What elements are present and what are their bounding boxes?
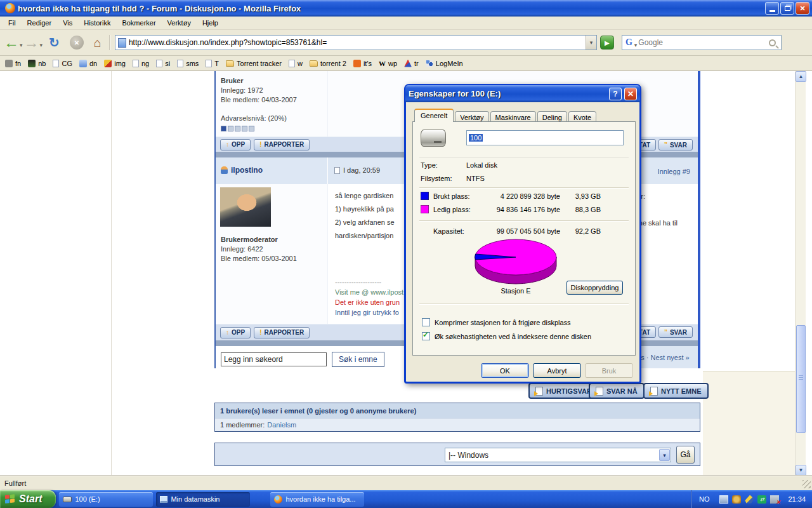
report-button[interactable]: !RAPPORTER — [254, 327, 310, 338]
go-button[interactable]: ▶ — [600, 36, 614, 50]
topic-search-button[interactable]: Søk i emne — [332, 352, 384, 367]
bookmark-icon — [104, 60, 112, 67]
forward-button[interactable]: →▾ — [24, 35, 44, 50]
volume-label-input[interactable]: 100 — [466, 130, 624, 145]
vertical-scrollbar[interactable]: ▲ ▼ — [795, 71, 806, 476]
tab-generelt[interactable]: Generelt — [414, 109, 454, 122]
bookmark-item[interactable]: sms — [177, 60, 199, 67]
google-engine-icon[interactable]: G — [622, 37, 634, 48]
bookmark-folder[interactable]: Torrent tracker — [226, 60, 282, 67]
bookmark-icon — [79, 60, 87, 67]
bookmark-item[interactable]: fn — [5, 60, 21, 67]
menu-hjelp[interactable]: Hjelp — [197, 18, 224, 28]
restore-button[interactable] — [780, 2, 794, 15]
url-input[interactable] — [129, 38, 586, 47]
network-icon[interactable] — [719, 495, 728, 504]
apply-button[interactable]: Bruk — [585, 363, 633, 378]
language-indicator[interactable]: NO — [699, 495, 710, 503]
taskbar-clock[interactable]: 21:34 — [788, 495, 806, 503]
user-rank: Bruker — [221, 76, 327, 86]
bookmark-item[interactable]: nb — [28, 60, 46, 67]
bookmark-item[interactable]: w — [289, 60, 303, 67]
taskbar-button-mycomputer[interactable]: Min datamaskin — [156, 492, 250, 507]
menu-fil[interactable]: Fil — [3, 18, 22, 28]
reload-button[interactable]: ↻ — [49, 35, 60, 50]
bookmark-item[interactable]: ng — [133, 60, 149, 67]
dialog-close-button[interactable]: ✕ — [624, 88, 637, 100]
bookmark-item[interactable]: LogMeIn — [426, 60, 463, 67]
index-checkbox-label: Øk søkehastigheten ved å indeksere denne… — [435, 333, 591, 340]
back-dropdown-icon[interactable]: ▾ — [20, 42, 23, 48]
member-link[interactable]: Danielsm — [267, 421, 296, 429]
index-checkbox[interactable]: ✓ — [422, 332, 430, 340]
sync-icon[interactable]: ⇄ — [757, 495, 766, 504]
bookmark-item[interactable]: it's — [353, 60, 372, 67]
scroll-up-button[interactable]: ▲ — [796, 71, 806, 82]
post-number: Innlegg #9 — [658, 168, 690, 175]
signature-link[interactable]: Visit me @ www.ilpost — [335, 287, 403, 297]
wikipedia-icon: W — [379, 60, 386, 67]
bookmark-item[interactable]: T — [206, 60, 219, 67]
bookmark-item[interactable]: Wwp — [379, 60, 397, 67]
pagination-box[interactable]: s · Nest nyest » — [632, 346, 698, 368]
bookmark-folder[interactable]: torrent 2 — [310, 60, 346, 67]
up-button[interactable]: ↑OPP — [220, 327, 251, 338]
bookmark-icon — [404, 60, 412, 67]
url-dropdown-button[interactable]: ▾ — [586, 36, 596, 50]
home-button[interactable]: ⌂ — [94, 36, 102, 50]
back-button[interactable]: ←▾ — [4, 35, 24, 50]
reply-page-icon — [535, 387, 543, 396]
search-icon[interactable] — [769, 39, 776, 46]
bookmark-item[interactable]: CG — [53, 60, 72, 67]
volume-icon[interactable] — [732, 495, 741, 504]
new-topic-button[interactable]: NYTT EMNE — [643, 383, 709, 399]
taskbar-button-drive[interactable]: 100 (E:) — [59, 492, 153, 507]
disconnected-network-icon[interactable] — [770, 495, 779, 504]
cancel-button[interactable]: Avbryt — [533, 363, 581, 378]
menu-rediger[interactable]: Rediger — [22, 18, 58, 28]
help-button[interactable]: ? — [609, 88, 622, 100]
minimize-button[interactable] — [765, 2, 779, 15]
post-author-link[interactable]: ilpostino — [231, 166, 263, 175]
scrollbar-thumb[interactable] — [796, 325, 806, 433]
close-button[interactable]: ✕ — [796, 2, 809, 15]
topic-search-input[interactable] — [221, 352, 327, 366]
report-button[interactable]: !RAPPORTER — [254, 139, 310, 150]
resize-grip[interactable] — [802, 480, 811, 488]
taskbar-button-firefox[interactable]: hvordan ikke ha tilga... — [270, 492, 364, 507]
reply-button[interactable]: ”SVAR — [658, 139, 693, 150]
poster-joined: Ble medlem: 05/03-2001 — [221, 254, 297, 264]
reply-button[interactable]: ”SVAR — [658, 326, 693, 338]
forward-dropdown-icon[interactable]: ▾ — [40, 42, 43, 48]
forum-jump-select[interactable]: |-- Windows ▾ — [445, 448, 671, 462]
menu-verktoy[interactable]: Verktøy — [162, 18, 197, 28]
bookmark-item[interactable]: img — [104, 60, 126, 67]
engine-dropdown-icon[interactable]: ▾ — [634, 42, 638, 48]
start-button[interactable]: Start — [0, 490, 56, 508]
search-box[interactable]: G ▾ — [622, 35, 782, 50]
messenger-icon[interactable] — [745, 495, 754, 504]
compress-checkbox[interactable] — [422, 318, 430, 326]
ok-button[interactable]: OK — [481, 363, 529, 378]
disk-cleanup-button[interactable]: Diskopprydding — [566, 281, 623, 295]
scroll-down-button[interactable]: ▼ — [796, 465, 806, 476]
dialog-tabs: Generelt Verktøy Maskinvare Deling Kvote — [414, 109, 596, 122]
chevron-down-icon[interactable]: ▾ — [659, 449, 670, 461]
bookmark-icon — [28, 60, 36, 67]
window-title: hvordan ikke ha tilgang til hdd ? - Foru… — [18, 4, 301, 13]
jump-go-button[interactable]: Gå — [676, 446, 695, 464]
bookmark-item[interactable]: si — [156, 60, 170, 67]
bookmark-item[interactable]: tr — [404, 60, 419, 67]
menu-bokmerker[interactable]: Bokmerker — [116, 18, 161, 28]
web-search-input[interactable] — [638, 38, 769, 47]
used-space-swatch — [421, 192, 429, 200]
firefox-icon — [5, 3, 15, 13]
reply-now-button[interactable]: SVAR NÅ — [589, 383, 645, 399]
menu-historikk[interactable]: Historikk — [78, 18, 116, 28]
up-button[interactable]: ↑OPP — [220, 139, 251, 150]
stop-button[interactable]: ✕ — [70, 36, 84, 50]
bookmark-item[interactable]: dn — [79, 60, 97, 67]
menu-vis[interactable]: Vis — [57, 18, 78, 28]
used-space-bytes: 4 220 899 328 byte — [476, 192, 560, 200]
address-bar[interactable]: ▾ — [115, 35, 597, 50]
